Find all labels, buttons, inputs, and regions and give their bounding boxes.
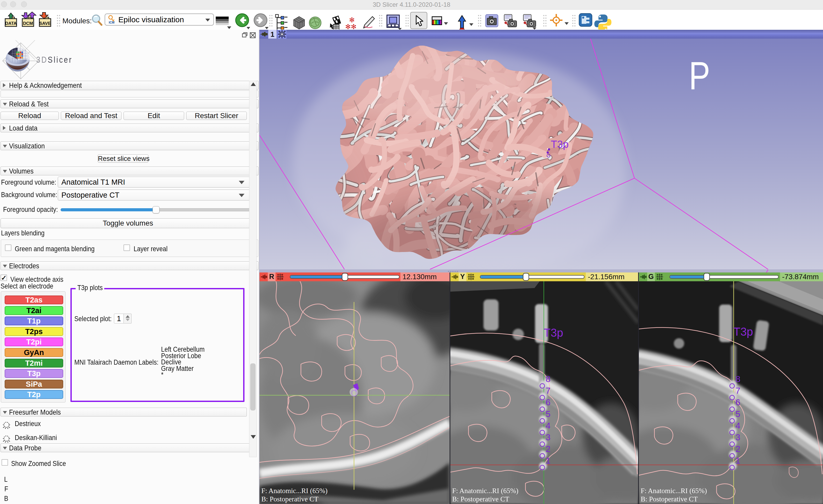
svg-text:F: Anatomic...RI (65%): F: Anatomic...RI (65%): [452, 487, 518, 495]
svg-text:3: 3: [735, 432, 740, 442]
svg-text:Epiloc visualization: Epiloc visualization: [118, 15, 184, 24]
svg-text:DATA: DATA: [5, 21, 17, 26]
svg-text:B: Postoperative CT: B: Postoperative CT: [452, 495, 509, 503]
svg-text:✻✻: ✻✻: [345, 23, 357, 29]
svg-text:7: 7: [735, 386, 740, 395]
svg-text:4: 4: [735, 421, 740, 431]
svg-text:T3p: T3p: [733, 325, 753, 338]
svg-text:5: 5: [735, 409, 740, 419]
svg-text:4: 4: [546, 421, 550, 431]
svg-text:T3p: T3p: [543, 326, 563, 339]
svg-text:1: 1: [735, 456, 740, 465]
svg-text:5: 5: [546, 409, 550, 419]
svg-text:8: 8: [546, 374, 550, 384]
svg-text:P: P: [689, 54, 710, 98]
svg-text:6: 6: [546, 397, 550, 407]
svg-text:8: 8: [735, 374, 740, 384]
svg-text:ICM: ICM: [109, 21, 115, 24]
svg-text:F: Anatomic...RI (65%): F: Anatomic...RI (65%): [641, 487, 707, 495]
svg-text:F: Anatomic...RI (65%): F: Anatomic...RI (65%): [261, 487, 328, 495]
svg-text:1: 1: [546, 456, 550, 465]
svg-text:1: 1: [270, 31, 274, 38]
svg-text:T3p: T3p: [551, 139, 569, 150]
svg-text:B: Postoperative CT: B: Postoperative CT: [641, 495, 698, 503]
svg-text:B: Postoperative CT: B: Postoperative CT: [261, 495, 319, 503]
svg-text:SAVE: SAVE: [39, 21, 51, 26]
svg-text:2: 2: [546, 444, 550, 454]
svg-text:3: 3: [546, 432, 550, 442]
svg-text:2: 2: [735, 444, 740, 454]
svg-text:6: 6: [735, 397, 740, 407]
svg-text:7: 7: [546, 386, 550, 395]
svg-text:DCM: DCM: [23, 21, 33, 26]
svg-text:Modules:: Modules:: [62, 17, 92, 25]
